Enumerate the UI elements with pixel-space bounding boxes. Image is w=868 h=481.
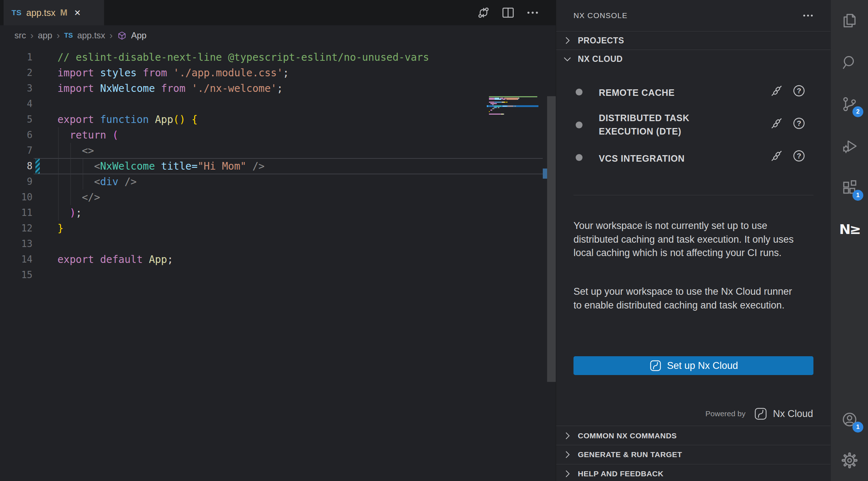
minimap-line (494, 98, 499, 99)
code-editor[interactable]: 1// eslint-disable-next-line @typescript… (0, 46, 556, 481)
code-line[interactable]: 3import NxWelcome from './nx-welcome'; (0, 81, 556, 96)
more-actions-icon[interactable] (525, 5, 540, 20)
line-number: 11 (0, 205, 33, 221)
nx-logo: N≥ (839, 221, 860, 237)
line-number: 9 (0, 174, 33, 190)
code-line[interactable]: 11 ); (0, 205, 556, 221)
panel-more-actions-icon[interactable] (802, 0, 815, 31)
overview-ruler-modified-marker (543, 169, 547, 179)
minimap-line (514, 106, 516, 107)
code-text: return ( (57, 127, 119, 143)
code-line[interactable]: 15 (0, 267, 556, 283)
section-generate-run-target[interactable]: GENERATE & RUN TARGET (556, 446, 830, 464)
editor-scrollbar (543, 91, 556, 481)
code-line[interactable]: 9 <div /> (0, 174, 556, 190)
connect-plug-icon[interactable] (770, 84, 783, 98)
status-dot (576, 154, 583, 161)
help-question-icon[interactable]: ? (792, 149, 806, 163)
open-changes-icon[interactable] (476, 5, 491, 20)
close-tab-icon[interactable]: × (74, 7, 81, 18)
minimap-line (496, 103, 497, 104)
search-icon[interactable] (831, 45, 868, 80)
accounts-icon[interactable]: 1 (831, 402, 868, 437)
section-label: COMMON NX COMMANDS (578, 431, 677, 440)
section-label: HELP AND FEEDBACK (578, 469, 663, 478)
line-number: 5 (0, 112, 33, 127)
nx-cloud-icon (649, 359, 662, 372)
source-control-icon[interactable]: 2 (831, 87, 868, 122)
code-line[interactable]: 1// eslint-disable-next-line @typescript… (0, 50, 556, 65)
code-text: <> (57, 143, 94, 158)
code-line[interactable]: 14export default App; (0, 252, 556, 267)
breadcrumb-file[interactable]: app.tsx (77, 30, 105, 41)
run-and-debug-icon[interactable] (831, 129, 868, 163)
nx-cloud-brand-label: Nx Cloud (773, 408, 813, 420)
activity-bar: 2 1 N≥ 1 (830, 0, 868, 481)
svg-text:?: ? (797, 86, 802, 95)
tab-bar: TS app.tsx M × (0, 0, 556, 25)
code-text: <div /> (57, 174, 137, 190)
powered-by-label: Powered by (705, 409, 745, 418)
minimap-line (502, 99, 506, 100)
extensions-icon[interactable]: 1 (831, 170, 868, 205)
connect-plug-icon[interactable] (770, 116, 783, 130)
minimap-line (503, 114, 504, 115)
minimap-line (502, 102, 504, 103)
section-projects[interactable]: PROJECTS (556, 31, 830, 50)
feature-label: VCS INTEGRATION (599, 152, 736, 165)
code-line[interactable]: 6 return ( (0, 127, 556, 143)
tab-app-tsx[interactable]: TS app.tsx M × (4, 0, 104, 25)
code-line[interactable]: 7 <> (0, 143, 556, 158)
settings-gear-icon[interactable] (831, 443, 868, 478)
indent-guide (58, 127, 59, 221)
code-line[interactable]: 5export function App() { (0, 112, 556, 127)
section-help-and-feedback[interactable]: HELP AND FEEDBACK (556, 465, 830, 481)
code-text: export function App() { (57, 112, 198, 127)
scrollbar-thumb[interactable] (547, 96, 556, 382)
code-text: import NxWelcome from './nx-welcome'; (57, 81, 283, 96)
breadcrumb: src › app › TS app.tsx › App (0, 25, 556, 46)
nx-console-icon[interactable]: N≥ (831, 212, 868, 247)
code-text: import styles from './app.module.css'; (57, 65, 289, 81)
nx-cloud-icon (753, 406, 768, 421)
minimap-line (491, 110, 492, 111)
section-common-nx-commands[interactable]: COMMON NX COMMANDS (556, 427, 830, 445)
minimap-line (490, 103, 496, 104)
symbol-cube-icon (117, 31, 127, 41)
minimap[interactable] (489, 96, 538, 118)
split-editor-icon[interactable] (501, 5, 515, 20)
breadcrumb-src[interactable]: src (14, 30, 26, 41)
line-number: 1 (0, 50, 33, 65)
minimap-line (507, 106, 514, 107)
divider (556, 464, 830, 464)
minimap-line (489, 96, 537, 97)
svg-text:?: ? (797, 152, 802, 160)
code-line[interactable]: 8 <NxWelcome title="Hi Mom" /> (0, 158, 556, 174)
connect-plug-icon[interactable] (770, 149, 783, 163)
breadcrumb-app[interactable]: app (38, 30, 52, 41)
line-number: 2 (0, 65, 33, 81)
code-line[interactable]: 4 (0, 96, 556, 112)
minimap-line (518, 98, 519, 99)
code-line[interactable]: 2import styles from './app.module.css'; (0, 65, 556, 81)
status-dot (576, 89, 583, 95)
breadcrumb-symbol[interactable]: App (131, 30, 147, 41)
minimap-line (489, 98, 494, 99)
code-line[interactable]: 10 </> (0, 190, 556, 205)
git-modified-badge: M (60, 8, 67, 18)
code-line[interactable]: 13 (0, 236, 556, 252)
help-question-icon[interactable]: ? (792, 84, 806, 98)
explorer-icon[interactable] (831, 3, 868, 38)
section-nx-cloud[interactable]: NX CLOUD (556, 50, 830, 68)
help-question-icon[interactable]: ? (792, 116, 806, 130)
feature-label: DISTRIBUTED TASK EXECUTION (DTE) (599, 111, 736, 138)
setup-nx-cloud-button[interactable]: Set up Nx Cloud (573, 356, 813, 375)
chevron-right-icon (562, 468, 573, 479)
indent-guide (70, 143, 71, 205)
line-number: 7 (0, 143, 33, 158)
extensions-badge: 1 (852, 190, 863, 201)
divider (573, 195, 813, 195)
code-line[interactable]: 12} (0, 221, 556, 236)
minimap-line (494, 107, 497, 108)
line-number: 12 (0, 221, 33, 236)
